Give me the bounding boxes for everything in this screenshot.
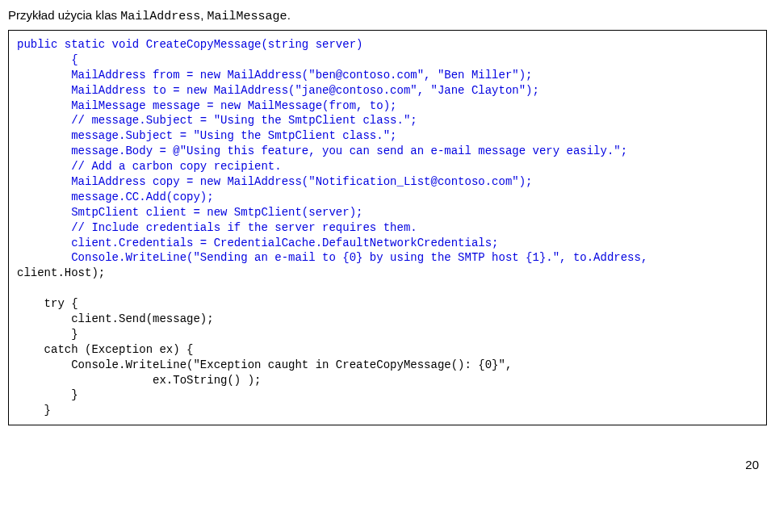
code-line: }: [17, 404, 51, 417]
code-line: client.Credentials = CredentialCache.Def…: [17, 237, 499, 249]
code-line: client.Host);: [17, 266, 105, 279]
code-line: }: [17, 388, 78, 401]
code-line: message.CC.Add(copy);: [17, 191, 214, 203]
code-line: }: [17, 328, 78, 341]
code-line: // Include credentials if the server req…: [17, 221, 417, 234]
code-line: {: [17, 53, 78, 66]
page-number: 20: [8, 458, 767, 471]
code-line: // Add a carbon copy recipient.: [17, 160, 282, 173]
code-line: try {: [17, 297, 78, 310]
code-block: public static void CreateCopyMessage(str…: [8, 30, 767, 425]
heading-class2: MailMessage: [207, 10, 287, 23]
code-line: MailAddress copy = new MailAddress("Noti…: [17, 175, 533, 188]
heading-class1: MailAddress: [120, 10, 200, 23]
heading-suffix: .: [287, 8, 291, 22]
code-line: MailAddress to = new MailAddress("jane@c…: [17, 84, 539, 97]
code-line: SmtpClient client = new SmtpClient(serve…: [17, 206, 362, 219]
code-line: message.Body = @"Using this feature, you…: [17, 145, 627, 157]
code-line: MailMessage message = new MailMessage(fr…: [17, 99, 396, 112]
code-line: MailAddress from = new MailAddress("ben@…: [17, 69, 533, 82]
code-line: Console.WriteLine("Exception caught in C…: [17, 358, 512, 371]
heading-sep: ,: [200, 8, 207, 22]
code-line: ex.ToString() );: [17, 374, 261, 387]
page-heading: Przykład użycia klas MailAddress, MailMe…: [8, 8, 767, 23]
code-line: catch (Exception ex) {: [17, 343, 193, 356]
code-line: message.Subject = "Using the SmtpClient …: [17, 129, 396, 142]
code-line: Console.WriteLine("Sending an e-mail to …: [17, 251, 647, 264]
heading-prefix: Przykład użycia klas: [8, 8, 120, 22]
code-line: client.Send(message);: [17, 312, 214, 325]
code-line: // message.Subject = "Using the SmtpClie…: [17, 114, 417, 127]
code-line: public static void CreateCopyMessage(str…: [17, 38, 362, 51]
